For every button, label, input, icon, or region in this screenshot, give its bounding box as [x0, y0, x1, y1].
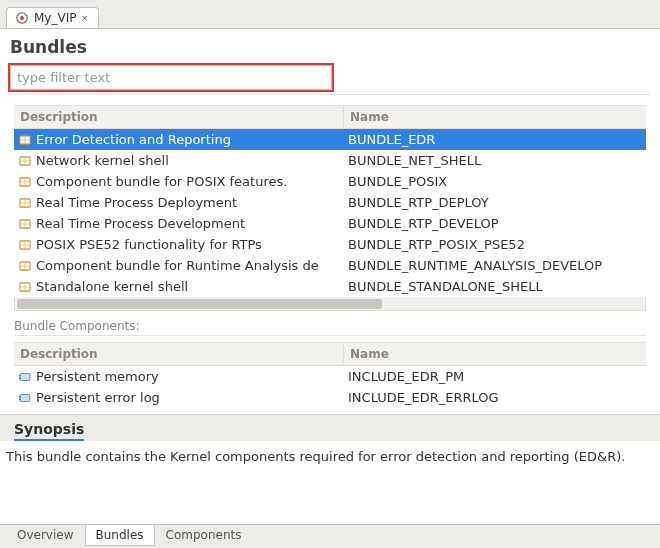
svg-rect-33	[21, 262, 25, 265]
row-description-text: Real Time Process Development	[36, 216, 245, 231]
component-icon	[18, 370, 32, 384]
svg-rect-31	[25, 245, 29, 248]
target-icon	[15, 11, 29, 25]
cell-description: Network kernel shell	[14, 153, 344, 168]
bottom-tab-row: OverviewBundlesComponents	[0, 524, 660, 548]
row-description-text: Persistent memory	[36, 369, 159, 384]
synopsis-heading-text: Synopsis	[14, 421, 84, 437]
cell-description: Persistent error log	[14, 390, 344, 405]
svg-rect-38	[21, 283, 25, 286]
cell-name: BUNDLE_EDR	[344, 132, 646, 147]
row-description-text: Persistent error log	[36, 390, 160, 405]
row-description-text: Network kernel shell	[36, 153, 169, 168]
row-description-text: Component bundle for POSIX features.	[36, 174, 287, 189]
document-tab-row: My_VIP ×	[0, 0, 660, 29]
row-description-text: Error Detection and Reporting	[36, 132, 231, 147]
svg-rect-25	[21, 224, 25, 227]
bundles-body: Error Detection and ReportingBUNDLE_EDRN…	[14, 129, 646, 297]
svg-rect-3	[21, 136, 25, 139]
cell-name: BUNDLE_RTP_DEVELOP	[344, 216, 646, 231]
svg-rect-46	[19, 395, 21, 397]
bundle-icon	[18, 238, 32, 252]
column-description[interactable]: Description	[14, 106, 344, 128]
filter-highlight	[8, 63, 334, 92]
table-row[interactable]: Component bundle for Runtime Analysis de…	[14, 255, 646, 276]
table-row[interactable]: POSIX PSE52 functionality for RTPsBUNDLE…	[14, 234, 646, 255]
bottom-tab-overview[interactable]: Overview	[6, 525, 85, 546]
close-icon[interactable]: ×	[81, 12, 87, 24]
bundle-icon	[18, 280, 32, 294]
cell-description: POSIX PSE52 functionality for RTPs	[14, 237, 344, 252]
svg-rect-35	[21, 266, 25, 269]
bundle-icon	[18, 175, 32, 189]
synopsis-body: This bundle contains the Kernel componen…	[0, 441, 660, 488]
svg-rect-30	[21, 245, 25, 248]
document-tab-label: My_VIP	[34, 11, 76, 25]
cell-name: BUNDLE_RTP_DEPLOY	[344, 195, 646, 210]
document-tab[interactable]: My_VIP ×	[6, 7, 99, 28]
svg-rect-28	[21, 241, 25, 244]
synopsis-heading: Synopsis	[0, 415, 660, 441]
column-name[interactable]: Name	[344, 343, 646, 365]
svg-rect-39	[25, 283, 29, 286]
scrollbar-thumb[interactable]	[17, 299, 382, 309]
cell-name: INCLUDE_EDR_ERRLOG	[344, 390, 646, 405]
svg-rect-5	[21, 140, 25, 143]
svg-rect-13	[21, 178, 25, 181]
bottom-tab-components[interactable]: Components	[155, 525, 253, 546]
bundle-icon	[18, 259, 32, 273]
cell-name: BUNDLE_NET_SHELL	[344, 153, 646, 168]
table-row[interactable]: Real Time Process DevelopmentBUNDLE_RTP_…	[14, 213, 646, 234]
svg-rect-4	[25, 136, 29, 139]
svg-rect-47	[19, 398, 21, 400]
row-description-text: Standalone kernel shell	[36, 279, 188, 294]
table-row[interactable]: Real Time Process DeploymentBUNDLE_RTP_D…	[14, 192, 646, 213]
table-row[interactable]: Network kernel shellBUNDLE_NET_SHELL	[14, 150, 646, 171]
svg-rect-9	[25, 157, 29, 160]
cell-name: BUNDLE_STANDALONE_SHELL	[344, 279, 646, 294]
svg-rect-45	[20, 394, 30, 401]
cell-description: Component bundle for POSIX features.	[14, 174, 344, 189]
bundle-icon	[18, 217, 32, 231]
svg-rect-19	[25, 199, 29, 202]
editor-window: My_VIP × Bundles Description Name Error …	[0, 0, 660, 548]
svg-point-1	[20, 16, 24, 20]
svg-rect-16	[25, 182, 29, 185]
filter-input[interactable]	[10, 65, 332, 90]
svg-rect-24	[25, 220, 29, 223]
svg-rect-42	[20, 373, 30, 380]
cell-name: INCLUDE_EDR_PM	[344, 369, 646, 384]
column-name[interactable]: Name	[344, 106, 646, 128]
cell-description: Standalone kernel shell	[14, 279, 344, 294]
svg-rect-34	[25, 262, 29, 265]
bundle-icon	[18, 133, 32, 147]
svg-rect-41	[25, 287, 29, 290]
page-title: Bundles	[0, 35, 660, 61]
table-row[interactable]: Component bundle for POSIX features.BUND…	[14, 171, 646, 192]
synopsis-underline	[14, 439, 84, 441]
cell-name: BUNDLE_POSIX	[344, 174, 646, 189]
table-row[interactable]: Error Detection and ReportingBUNDLE_EDR	[14, 129, 646, 150]
cell-name: BUNDLE_RTP_POSIX_PSE52	[344, 237, 646, 252]
filter-row	[0, 61, 660, 99]
svg-rect-23	[21, 220, 25, 223]
svg-rect-6	[25, 140, 29, 143]
content-pane: Bundles Description Name Error Detection…	[0, 29, 660, 524]
bundle-icon	[18, 196, 32, 210]
svg-rect-14	[25, 178, 29, 181]
bundles-scrollbar[interactable]	[14, 297, 646, 311]
bottom-tab-bundles[interactable]: Bundles	[85, 525, 155, 546]
svg-rect-29	[25, 241, 29, 244]
svg-rect-44	[19, 377, 21, 379]
table-row[interactable]: Persistent error logINCLUDE_EDR_ERRLOG	[14, 387, 646, 408]
table-row[interactable]: Persistent memoryINCLUDE_EDR_PM	[14, 366, 646, 387]
row-description-text: Real Time Process Deployment	[36, 195, 237, 210]
column-description[interactable]: Description	[14, 343, 344, 365]
table-row[interactable]: Standalone kernel shellBUNDLE_STANDALONE…	[14, 276, 646, 297]
svg-rect-21	[25, 203, 29, 206]
cell-description: Persistent memory	[14, 369, 344, 384]
svg-rect-20	[21, 203, 25, 206]
svg-rect-10	[21, 161, 25, 164]
synopsis-section: Synopsis This bundle contains the Kernel…	[0, 414, 660, 488]
row-description-text: POSIX PSE52 functionality for RTPs	[36, 237, 262, 252]
